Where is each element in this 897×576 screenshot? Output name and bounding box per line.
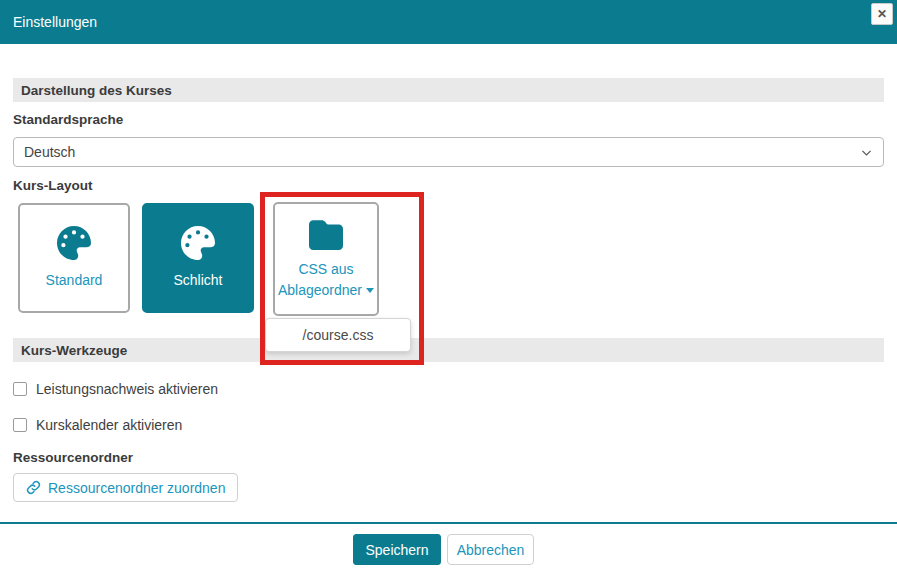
layout-option-label: Schlicht bbox=[173, 270, 222, 290]
course-layout-label: Kurs-Layout bbox=[13, 178, 93, 193]
link-icon bbox=[26, 480, 41, 495]
language-label: Standardsprache bbox=[13, 112, 123, 127]
section-header-darstellung: Darstellung des Kurses bbox=[13, 78, 884, 102]
cancel-button[interactable]: Abbrechen bbox=[447, 534, 534, 565]
layout-option-label-line1: CSS aus bbox=[298, 261, 353, 277]
dialog-header: Einstellungen bbox=[0, 0, 897, 44]
settings-dialog: Einstellungen ✕ Darstellung des Kurses S… bbox=[0, 0, 897, 576]
section-title: Kurs-Werkzeuge bbox=[21, 343, 127, 358]
layout-option-label-line2: Ablageordner bbox=[278, 282, 362, 298]
section-header-werkzeuge: Kurs-Werkzeuge bbox=[13, 338, 884, 362]
kurskalender-checkbox[interactable] bbox=[13, 418, 27, 432]
footer-divider bbox=[0, 522, 897, 524]
layout-option-standard[interactable]: Standard bbox=[18, 203, 130, 313]
save-button[interactable]: Speichern bbox=[353, 534, 441, 565]
chevron-down-icon bbox=[860, 146, 873, 159]
close-button[interactable]: ✕ bbox=[871, 3, 893, 25]
section-title: Darstellung des Kurses bbox=[21, 83, 172, 98]
close-icon: ✕ bbox=[877, 8, 887, 20]
assign-resource-folder-label: Ressourcenordner zuordnen bbox=[48, 480, 225, 496]
leistungsnachweis-checkbox[interactable] bbox=[13, 382, 27, 396]
checkbox-row-leistungsnachweis[interactable]: Leistungsnachweis aktivieren bbox=[13, 381, 218, 397]
dialog-title: Einstellungen bbox=[13, 14, 97, 30]
checkbox-label: Kurskalender aktivieren bbox=[36, 417, 182, 433]
layout-option-label: CSS aus Ablageordner bbox=[278, 259, 374, 300]
layout-option-css-ablageordner[interactable]: CSS aus Ablageordner bbox=[273, 202, 379, 316]
language-select-value: Deutsch bbox=[24, 144, 75, 160]
layout-option-label: Standard bbox=[46, 270, 103, 290]
assign-resource-folder-button[interactable]: Ressourcenordner zuordnen bbox=[13, 473, 238, 502]
checkbox-row-kurskalender[interactable]: Kurskalender aktivieren bbox=[13, 417, 182, 433]
checkbox-label: Leistungsnachweis aktivieren bbox=[36, 381, 218, 397]
resource-folder-label: Ressourcenordner bbox=[13, 450, 133, 465]
caret-down-icon bbox=[366, 288, 374, 293]
palette-icon bbox=[55, 226, 93, 260]
css-file-dropdown-menu: /course.css bbox=[265, 318, 411, 352]
layout-option-schlicht[interactable]: Schlicht bbox=[142, 203, 254, 313]
css-file-menu-item[interactable]: /course.css bbox=[266, 321, 410, 349]
palette-icon bbox=[179, 226, 217, 260]
folder-icon bbox=[306, 218, 346, 252]
language-select[interactable]: Deutsch bbox=[13, 137, 884, 167]
